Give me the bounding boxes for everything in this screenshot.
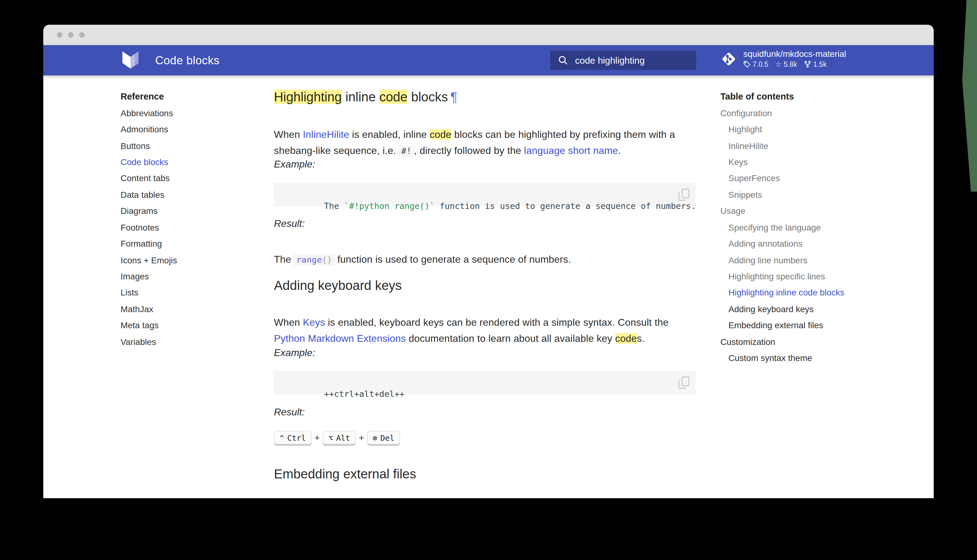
git-icon [720,50,737,67]
copy-icon[interactable] [679,188,689,201]
kbd-symbol-ctrl: ^ [280,433,284,443]
toc-item-usage[interactable]: Usage [720,203,924,219]
keyboard-keys: ^Ctrl+⌥Alt+⊗Del [274,431,400,444]
text-span: #! [399,145,414,157]
sidebar-item-buttons[interactable]: Buttons [120,138,253,154]
text-span: is enabled, inline [349,129,430,140]
content-area: Highlighting inline code blocks¶ When In… [274,25,696,498]
toc-nav: Table of contents ConfigurationHighlight… [720,88,924,366]
desktop-wallpaper-sliver [961,0,977,192]
toc-item-adding-line-numbers[interactable]: Adding line numbers [720,252,924,268]
toc-item-adding-annotations[interactable]: Adding annotations [720,235,924,252]
text-link[interactable]: Keys [303,317,325,328]
toc-item-keys[interactable]: Keys [720,154,924,170]
toc-item-superfences[interactable]: SuperFences [720,170,924,187]
text-span: When [274,129,303,140]
mkdocs-material-logo-icon[interactable] [120,51,140,68]
inline-code: range() [294,254,335,266]
star-icon: ☆ [775,60,782,68]
sidebar-item-variables[interactable]: Variables [120,333,253,350]
code-block: ++ctrl+alt+del++ [274,371,696,394]
sidebar-item-meta-tags[interactable]: Meta tags [120,317,253,333]
text-link[interactable]: InlineHilite [303,129,349,140]
sidebar-item-icons-emojis[interactable]: Icons + Emojis [120,252,253,268]
sidebar-item-abbreviations[interactable]: Abbreviations [120,105,253,121]
sidebar-item-data-tables[interactable]: Data tables [120,187,253,203]
code-block: The `#!python range()` function is used … [274,183,696,207]
key-separator: + [358,433,364,443]
paragraph: When InlineHilite is enabled, inline cod… [274,127,682,159]
sidebar-item-mathjax[interactable]: MathJax [120,301,253,317]
text-span: is enabled, keyboard keys can be rendere… [325,317,669,328]
repo-forks: 1.5k [813,60,827,68]
browser-window: Code blocks [43,25,934,498]
toc-item-highlighting-inline-code-blocks[interactable]: Highlighting inline code blocks [720,285,924,301]
heading-permalink-icon[interactable]: ¶ [448,90,458,104]
toc-title: Table of contents [720,88,924,105]
sidebar-section-title: Reference [120,88,253,105]
kbd-symbol-del: ⊗ [373,433,377,443]
text-span: The [274,254,294,265]
window-control-dot[interactable] [57,32,62,38]
text-link[interactable]: language short name [524,145,618,155]
result-label: Result: [274,218,305,229]
kbd-symbol-alt: ⌥ [328,433,333,443]
sidebar-item-content-tabs[interactable]: Content tabs [120,170,253,187]
sidebar-item-images[interactable]: Images [120,268,253,285]
toc-item-highlighting-specific-lines[interactable]: Highlighting specific lines [720,268,924,285]
repo-version: 7.0.5 [752,60,768,68]
sidebar-item-admonitions[interactable]: Admonitions [120,121,253,138]
toc-item-custom-syntax-theme[interactable]: Custom syntax theme [720,350,924,366]
repo-name: squidfunk/mkdocs-material [743,49,846,59]
window-control-dot[interactable] [79,32,85,38]
toc-item-inlinehilite[interactable]: InlineHilite [720,138,924,154]
toc-item-specifying-the-language[interactable]: Specifying the language [720,219,924,235]
kbd-alt: ⌥Alt [323,431,355,444]
text-span: documentation to learn about all availab… [406,333,615,343]
repo-stars: 5.8k [784,60,797,68]
toc-item-snippets[interactable]: Snippets [720,187,924,203]
result-label: Result: [274,407,305,418]
text-span: inline [342,90,379,104]
key-separator: + [314,433,320,443]
section-heading: Highlighting inline code blocks¶ [274,89,457,105]
paragraph: The range() function is used to generate… [274,252,682,268]
text-span: blocks [407,90,448,104]
toc-item-customization[interactable]: Customization [720,333,924,350]
fork-icon [804,60,811,68]
text-span: . [618,145,621,155]
toc-item-configuration[interactable]: Configuration [720,105,924,121]
section-heading: Embedding external files [274,466,416,482]
sidebar-item-diagrams[interactable]: Diagrams [120,203,253,219]
example-label: Example: [274,347,315,358]
search-highlight: code [379,90,407,104]
sidebar-item-lists[interactable]: Lists [120,285,253,301]
text-span: s. [637,333,645,343]
text-span: , directly followed by the [414,145,524,155]
text-link[interactable]: Python Markdown Extensions [274,333,406,343]
sidebar-item-code-blocks[interactable]: Code blocks [120,154,253,170]
text-span: ++ctrl+alt+del++ [324,389,404,399]
window-control-dot[interactable] [68,32,73,38]
search-highlight: Highlighting [274,90,342,104]
paragraph: When Keys is enabled, keyboard keys can … [274,315,694,346]
repo-meta: 7.0.5 ☆ 5.8k [743,60,846,68]
text-span: function is used to generate a sequence … [335,254,571,265]
copy-icon[interactable] [679,377,689,389]
text-span: When [274,317,303,328]
search-highlight: code [430,129,452,140]
toc-item-highlight[interactable]: Highlight [720,121,924,138]
repo-link[interactable]: squidfunk/mkdocs-material 7.0.5 ☆ 5.8k [720,49,846,68]
text-span: The [324,201,344,211]
page-title: Code blocks [155,45,220,75]
sidebar-nav: ReferenceAbbreviationsAdmonitionsButtons… [120,88,253,350]
tag-icon [743,60,751,68]
sidebar-item-footnotes[interactable]: Footnotes [120,219,253,235]
kbd-ctrl: ^Ctrl [274,431,311,444]
toc-item-embedding-external-files[interactable]: Embedding external files [720,317,924,333]
example-label: Example: [274,159,315,170]
toc-item-adding-keyboard-keys[interactable]: Adding keyboard keys [720,301,924,317]
sidebar-item-formatting[interactable]: Formatting [120,235,253,252]
section-heading: Adding keyboard keys [274,278,402,293]
kbd-del: ⊗Del [367,431,400,444]
